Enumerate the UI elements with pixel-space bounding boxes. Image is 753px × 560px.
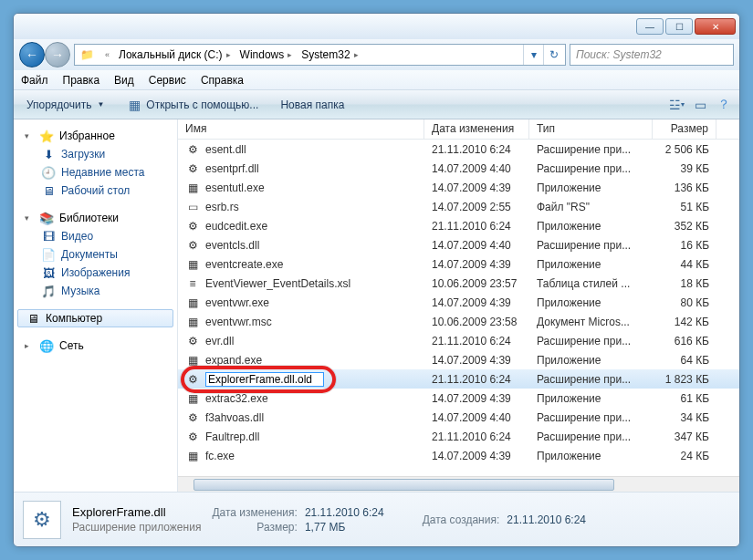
table-row[interactable]: ⚙ 21.11.2010 6:24 Расширение при... 1 82…: [178, 369, 739, 389]
details-size-label: Размер:: [212, 521, 298, 534]
table-row[interactable]: ▦eventcreate.exe 14.07.2009 4:39 Приложе…: [178, 254, 739, 274]
file-date: 14.07.2009 4:40: [424, 409, 529, 427]
file-type: Приложение: [529, 389, 653, 408]
star-icon: ⭐: [39, 129, 54, 143]
file-date: 14.07.2009 4:39: [424, 389, 529, 408]
back-button[interactable]: ←: [19, 42, 45, 67]
menu-view[interactable]: Вид: [114, 74, 134, 87]
horizontal-scrollbar[interactable]: [178, 476, 739, 492]
breadcrumb-windows[interactable]: Windows▸: [236, 47, 297, 63]
sidebar-item-video[interactable]: 🎞Видео: [14, 227, 177, 245]
preview-pane-icon[interactable]: ▭: [692, 97, 708, 113]
file-date: 21.11.2010 6:24: [424, 217, 529, 235]
file-icon: ⚙: [185, 219, 200, 233]
table-row[interactable]: ▦esentutl.exe 14.07.2009 4:39 Приложение…: [178, 178, 739, 197]
table-row[interactable]: ▭esrb.rs 14.07.2009 2:55 Файл "RS" 51 КБ: [178, 197, 739, 216]
rename-input[interactable]: [205, 372, 324, 387]
file-type: Приложение: [529, 447, 653, 465]
menu-help[interactable]: Справка: [201, 74, 244, 87]
scrollbar-thumb[interactable]: [193, 479, 614, 491]
file-type: Расширение при...: [529, 236, 653, 254]
file-name: esrb.rs: [205, 201, 239, 213]
file-icon: ⚙: [185, 238, 200, 253]
forward-button[interactable]: →: [45, 42, 70, 67]
file-date: 14.07.2009 4:40: [424, 236, 529, 254]
col-date[interactable]: Дата изменения: [424, 119, 529, 139]
maximize-button[interactable]: ☐: [665, 18, 693, 35]
details-filetype: Расширение приложения: [72, 521, 201, 534]
sidebar-item-recent[interactable]: 🕘Недавние места: [14, 163, 177, 181]
file-type: Приложение: [529, 351, 653, 369]
file-size: 39 КБ: [653, 160, 716, 178]
help-icon[interactable]: ？: [716, 97, 732, 113]
details-mod-label: Дата изменения:: [212, 506, 298, 519]
table-row[interactable]: ⚙esentprf.dll 14.07.2009 4:40 Расширение…: [178, 159, 739, 178]
breadcrumb-sep[interactable]: «: [99, 48, 113, 61]
file-size: 1 823 КБ: [653, 370, 716, 389]
menu-tools[interactable]: Сервис: [149, 74, 186, 87]
file-size: 61 КБ: [653, 389, 716, 408]
file-type: Приложение: [529, 179, 653, 197]
sidebar-computer[interactable]: 🖥Компьютер: [17, 309, 173, 327]
file-icon: ▦: [185, 296, 200, 310]
address-bar[interactable]: 📁 « Локальный диск (C:)▸ Windows▸ System…: [74, 44, 566, 66]
refresh-icon[interactable]: ↻: [543, 45, 563, 65]
file-icon: ⚙: [185, 410, 200, 425]
table-row[interactable]: ⚙esent.dll 21.11.2010 6:24 Расширение пр…: [178, 140, 739, 159]
minimize-button[interactable]: —: [636, 18, 664, 35]
file-list: Имя Дата изменения Тип Размер ⚙esent.dll…: [178, 119, 739, 492]
file-icon: ⚙: [185, 161, 200, 176]
sidebar-item-pictures[interactable]: 🖼Изображения: [14, 264, 177, 282]
table-row[interactable]: ⚙eudcedit.exe 21.11.2010 6:24 Приложение…: [178, 216, 739, 235]
toolbar: Упорядочить▼ ▦Открыть с помощью... Новая…: [14, 90, 739, 119]
file-type: Приложение: [529, 255, 653, 274]
sidebar-network[interactable]: ▸🌐Сеть: [14, 337, 177, 355]
file-size: 51 КБ: [653, 198, 716, 216]
file-name: esent.dll: [205, 143, 246, 156]
menu-edit[interactable]: Правка: [63, 74, 100, 87]
table-row[interactable]: ⚙Faultrep.dll 21.11.2010 6:24 Расширение…: [178, 427, 739, 446]
table-row[interactable]: ⚙evr.dll 21.11.2010 6:24 Расширение при.…: [178, 331, 739, 350]
close-button[interactable]: ✕: [695, 18, 736, 35]
col-type[interactable]: Тип: [529, 119, 653, 139]
recent-icon: 🕘: [41, 165, 56, 180]
search-input[interactable]: Поиск: System32: [570, 44, 734, 66]
new-folder-button[interactable]: Новая папка: [275, 96, 350, 114]
table-row[interactable]: ▦eventvwr.exe 14.07.2009 4:39 Приложение…: [178, 293, 739, 312]
table-row[interactable]: ▦eventvwr.msc 10.06.2009 23:58 Документ …: [178, 312, 739, 331]
table-row[interactable]: ▦extrac32.exe 14.07.2009 4:39 Приложение…: [178, 389, 739, 408]
table-row[interactable]: ▦expand.exe 14.07.2009 4:39 Приложение 6…: [178, 350, 739, 369]
sidebar-item-desktop[interactable]: 🖥Рабочий стол: [14, 181, 177, 200]
addr-dropdown-icon[interactable]: ▾: [523, 45, 543, 65]
file-size: 80 КБ: [653, 294, 716, 312]
menu-bar: Файл Правка Вид Сервис Справка: [14, 70, 739, 90]
sidebar-item-music[interactable]: 🎵Музыка: [14, 282, 177, 300]
table-row[interactable]: ⚙eventcls.dll 14.07.2009 4:40 Расширение…: [178, 235, 739, 254]
sidebar-favorites[interactable]: ▾⭐Избранное: [14, 127, 177, 145]
file-rows[interactable]: ⚙esent.dll 21.11.2010 6:24 Расширение пр…: [178, 140, 739, 476]
table-row[interactable]: ▦fc.exe 14.07.2009 4:39 Приложение 24 КБ: [178, 446, 739, 465]
file-size: 18 КБ: [653, 275, 716, 293]
file-name: f3ahvoas.dll: [205, 411, 264, 424]
col-name[interactable]: Имя: [178, 119, 424, 139]
col-size[interactable]: Размер: [653, 119, 716, 139]
music-icon: 🎵: [41, 284, 56, 298]
open-with-button[interactable]: ▦Открыть с помощью...: [120, 94, 264, 116]
file-icon: ▭: [185, 200, 200, 214]
breadcrumb-disk[interactable]: Локальный диск (C:)▸: [115, 47, 235, 63]
sidebar-libraries[interactable]: ▾📚Библиотеки: [14, 209, 177, 227]
sidebar-item-documents[interactable]: 📄Документы: [14, 245, 177, 264]
organize-button[interactable]: Упорядочить▼: [21, 96, 110, 114]
table-row[interactable]: ⚙f3ahvoas.dll 14.07.2009 4:40 Расширение…: [178, 408, 739, 427]
file-type: Расширение при...: [529, 428, 653, 446]
file-date: 14.07.2009 4:39: [424, 255, 529, 274]
file-name: expand.exe: [205, 354, 262, 367]
file-name: esentprf.dll: [205, 162, 259, 175]
menu-file[interactable]: Файл: [21, 74, 48, 87]
breadcrumb-system32[interactable]: System32▸: [298, 47, 361, 63]
view-options-icon[interactable]: ☳▾: [668, 97, 685, 113]
file-icon: ▦: [185, 391, 200, 406]
file-date: 14.07.2009 2:55: [424, 198, 529, 216]
table-row[interactable]: ≡EventViewer_EventDetails.xsl 10.06.2009…: [178, 274, 739, 293]
sidebar-item-downloads[interactable]: ⬇Загрузки: [14, 145, 177, 163]
